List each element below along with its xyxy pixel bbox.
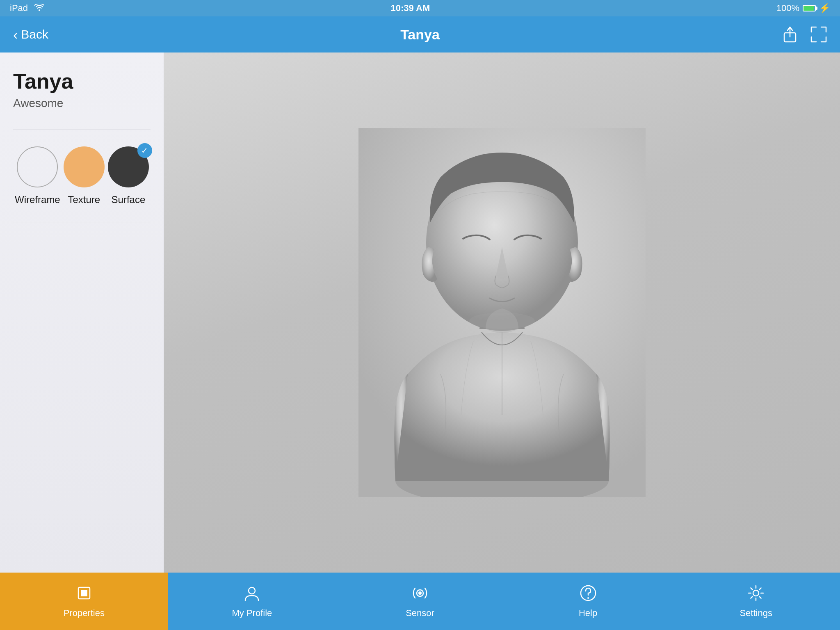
svg-point-10 [418, 591, 422, 595]
3d-viewport[interactable] [164, 52, 840, 573]
wireframe-mode[interactable]: Wireframe [15, 146, 60, 205]
tab-my-profile[interactable]: My Profile [168, 573, 336, 630]
svg-point-8 [249, 587, 255, 594]
tab-help[interactable]: Help [504, 573, 672, 630]
tab-properties[interactable]: Properties [0, 573, 168, 630]
left-panel: Tanya Awesome Wireframe Texture ✓ Sur [0, 52, 164, 573]
settings-icon [747, 584, 765, 605]
surface-label: Surface [112, 194, 146, 205]
help-icon [579, 584, 597, 605]
profile-subtitle: Awesome [13, 97, 151, 110]
profile-title: Tanya [13, 69, 151, 94]
wireframe-label: Wireframe [15, 194, 60, 205]
back-label: Back [21, 27, 48, 41]
tab-settings[interactable]: Settings [672, 573, 840, 630]
bust-render [164, 52, 840, 573]
tab-bar: Properties My Profile Sensor [0, 573, 840, 630]
charging-icon: ⚡ [819, 3, 830, 14]
svg-point-12 [587, 597, 589, 599]
wireframe-circle [17, 146, 58, 187]
carrier-label: iPad [10, 3, 28, 14]
battery-icon [803, 5, 816, 11]
surface-mode[interactable]: ✓ Surface [108, 146, 149, 205]
wifi-icon [34, 3, 44, 14]
view-modes: Wireframe Texture ✓ Surface [13, 146, 151, 205]
back-button[interactable]: ‹ Back [13, 27, 48, 41]
texture-label: Texture [68, 194, 100, 205]
status-time: 10:39 AM [390, 3, 430, 14]
svg-rect-7 [81, 590, 87, 596]
status-left: iPad [10, 3, 44, 14]
tab-help-label: Help [579, 608, 597, 619]
nav-actions [783, 26, 827, 43]
nav-bar: ‹ Back Tanya [0, 16, 840, 52]
surface-circle: ✓ [108, 146, 149, 187]
selected-checkmark: ✓ [137, 143, 152, 158]
status-bar: iPad 10:39 AM 100% ⚡ [0, 0, 840, 16]
texture-circle [64, 146, 105, 187]
properties-icon [75, 584, 93, 605]
battery-percent: 100% [776, 3, 799, 14]
tab-sensor[interactable]: Sensor [336, 573, 504, 630]
divider-bottom [13, 222, 151, 222]
back-chevron-icon: ‹ [13, 27, 18, 41]
divider-top [13, 130, 151, 130]
nav-title: Tanya [400, 27, 440, 43]
share-button[interactable] [783, 26, 797, 43]
expand-button[interactable] [810, 26, 827, 43]
tab-sensor-label: Sensor [406, 608, 434, 619]
tab-properties-label: Properties [64, 608, 105, 619]
main-layout: Tanya Awesome Wireframe Texture ✓ Sur [0, 52, 840, 573]
tab-settings-label: Settings [740, 608, 772, 619]
status-right: 100% ⚡ [776, 3, 830, 14]
texture-mode[interactable]: Texture [64, 146, 105, 205]
my-profile-icon [243, 584, 261, 605]
svg-point-13 [753, 590, 759, 596]
bust-svg [358, 128, 646, 497]
sensor-icon [411, 584, 429, 605]
tab-my-profile-label: My Profile [232, 608, 272, 619]
